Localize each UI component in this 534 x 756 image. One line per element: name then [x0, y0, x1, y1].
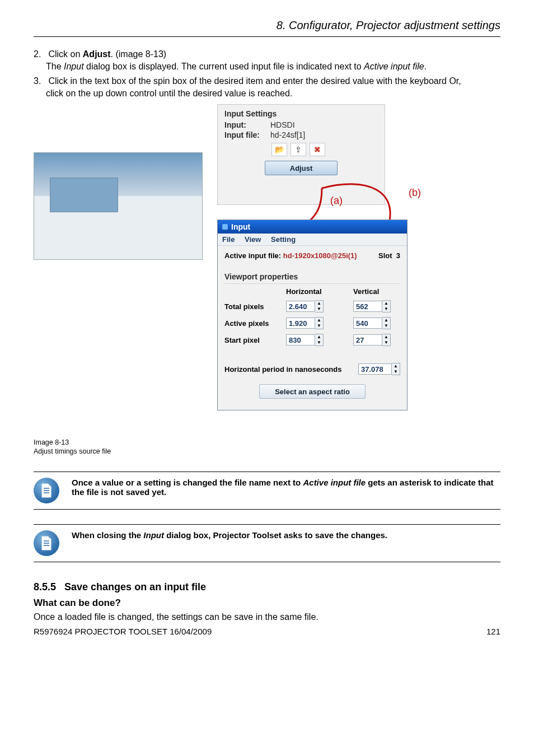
step-3-sub: click on the up down control until the d…: [46, 88, 500, 99]
close-icon: ✖: [314, 145, 321, 154]
chevron-down-icon[interactable]: ▼: [382, 323, 390, 329]
chevron-up-icon[interactable]: ▲: [382, 334, 390, 340]
page: 8. Configurator, Projector adjustment se…: [0, 0, 534, 756]
step-3: 3. Click in the text box of the spin box…: [34, 76, 500, 99]
callout-a: (a): [330, 195, 343, 207]
active-pixels-v-input[interactable]: [353, 318, 382, 329]
row-active-pixels: Active pixels ▲▼ ▲▼: [224, 317, 400, 329]
step-2-text-a: Click on: [48, 49, 82, 59]
chevron-down-icon[interactable]: ▼: [392, 369, 400, 375]
callout-b: (b): [409, 187, 421, 199]
note-1: Once a value or a setting is changed the…: [34, 472, 500, 510]
figure-caption-line2: Adjust timings source file: [34, 447, 111, 456]
input-window-title: Input: [231, 222, 250, 231]
section-number: 8.5.5: [34, 581, 56, 592]
horizontal-period-input[interactable]: [358, 363, 392, 375]
note-2: When closing the Input dialog box, Proje…: [34, 524, 500, 562]
horizontal-period-row: Horizontal period in nanoseconds ▲▼: [224, 363, 400, 375]
col-horizontal: Horizontal: [286, 287, 353, 296]
chevron-up-icon[interactable]: ▲: [315, 318, 323, 323]
chevron-down-icon[interactable]: ▼: [382, 340, 390, 346]
figure-caption-line1: Image 8-13: [34, 438, 111, 447]
active-pixels-h-input[interactable]: [286, 318, 315, 329]
chevron-up-icon[interactable]: ▲: [382, 318, 390, 323]
step-2-text-b: . (image 8-13): [111, 49, 167, 59]
input-window-body: Active input file: hd-1920x1080@25i(1) S…: [218, 246, 407, 410]
chevron-up-icon[interactable]: ▲: [315, 334, 323, 340]
close-file-button[interactable]: ✖: [310, 143, 325, 156]
step-3-text: Click in the text box of the spin box of…: [48, 76, 461, 86]
section-title: Save changes on an input file: [64, 581, 206, 592]
chevron-down-icon[interactable]: ▼: [315, 340, 323, 346]
input-settings-title: Input Settings: [224, 109, 378, 118]
footer-left: R5976924 PROJECTOR TOOLSET 16/04/2009: [34, 627, 212, 636]
chevron-up-icon[interactable]: ▲: [315, 301, 323, 306]
active-input-file-label: Active input file:: [224, 251, 281, 260]
label-start-pixel: Start pixel: [224, 336, 286, 344]
row-start-pixel: Start pixel ▲▼ ▲▼: [224, 334, 400, 346]
col-vertical: Vertical: [353, 287, 398, 296]
label-total-pixels: Total pixels: [224, 302, 286, 311]
folder-open-icon: 📂: [275, 145, 284, 154]
input-window-menubar: File View Setting: [218, 234, 407, 246]
chevron-up-icon[interactable]: ▲: [392, 363, 400, 369]
app-icon: [222, 224, 228, 230]
active-pixels-h-spin[interactable]: ▲▼: [286, 317, 324, 329]
input-window: Input File View Setting Active input fil…: [217, 220, 407, 410]
active-pixels-v-spin[interactable]: ▲▼: [353, 317, 391, 329]
label-active-pixels: Active pixels: [224, 319, 286, 328]
steps-list: 2. Click on Adjust. (image 8-13) The Inp…: [34, 49, 500, 99]
start-pixel-h-spin[interactable]: ▲▼: [286, 334, 324, 346]
select-aspect-ratio-button[interactable]: Select an aspect ratio: [259, 384, 366, 399]
input-settings-toolbar: 📂 ⇪ ✖: [271, 143, 378, 156]
input-settings-panel: Input Settings Input: HDSDI Input file: …: [217, 104, 385, 205]
total-pixels-h-spin[interactable]: ▲▼: [286, 300, 324, 312]
note-2-text: When closing the Input dialog box, Proje…: [72, 530, 500, 540]
document-icon: [40, 483, 53, 498]
note-icon: [34, 478, 59, 503]
start-pixel-h-input[interactable]: [286, 334, 315, 346]
footer-page-number: 121: [486, 627, 500, 636]
open-file-button[interactable]: 📂: [271, 143, 287, 156]
active-input-file-name: hd-1920x1080@25i(1): [283, 251, 357, 260]
body-paragraph: Once a loaded file is changed, the setti…: [34, 612, 500, 622]
menu-file[interactable]: File: [222, 235, 235, 244]
input-label: Input:: [224, 120, 265, 129]
document-icon: [40, 535, 53, 551]
horizontal-period-spin[interactable]: ▲▼: [358, 363, 400, 375]
total-pixels-v-input[interactable]: [353, 301, 382, 312]
menu-setting[interactable]: Setting: [271, 235, 296, 244]
chevron-down-icon[interactable]: ▼: [315, 306, 323, 312]
start-pixel-v-input[interactable]: [353, 334, 382, 346]
input-file-value: hd-24sf[1]: [270, 130, 305, 139]
input-window-titlebar[interactable]: Input: [218, 220, 407, 234]
configurator-thumbnail: [34, 152, 203, 260]
subsection-heading: What can be done?: [34, 598, 500, 609]
step-2-bold: Adjust: [83, 49, 111, 59]
chevron-down-icon[interactable]: ▼: [315, 323, 323, 329]
step-2-number: 2.: [34, 49, 46, 59]
menu-view[interactable]: View: [245, 235, 261, 244]
slot-value: 3: [396, 251, 400, 260]
slot-label: Slot: [378, 251, 392, 260]
step-2-sub: The Input dialog box is displayed. The c…: [46, 62, 500, 72]
total-pixels-v-spin[interactable]: ▲▼: [353, 300, 391, 312]
save-file-button[interactable]: ⇪: [291, 143, 306, 156]
input-file-label: Input file:: [224, 130, 265, 139]
note-icon: [34, 530, 59, 556]
chevron-down-icon[interactable]: ▼: [382, 306, 390, 312]
note-1-text: Once a value or a setting is changed the…: [72, 478, 500, 497]
viewport-properties-title: Viewport properties: [224, 272, 400, 281]
row-total-pixels: Total pixels ▲▼ ▲▼: [224, 300, 400, 312]
total-pixels-h-input[interactable]: [286, 301, 315, 312]
viewport-properties-grid: Horizontal Vertical Total pixels ▲▼: [224, 283, 400, 346]
save-icon: ⇪: [295, 145, 302, 154]
running-head: 8. Configurator, Projector adjustment se…: [34, 19, 500, 37]
step-2: 2. Click on Adjust. (image 8-13) The Inp…: [34, 49, 500, 72]
adjust-button[interactable]: Adjust: [265, 161, 338, 175]
active-input-file-line: Active input file: hd-1920x1080@25i(1) S…: [224, 251, 400, 260]
start-pixel-v-spin[interactable]: ▲▼: [353, 334, 391, 346]
chevron-up-icon[interactable]: ▲: [382, 301, 390, 306]
step-3-number: 3.: [34, 76, 46, 86]
input-value: HDSDI: [270, 120, 295, 129]
